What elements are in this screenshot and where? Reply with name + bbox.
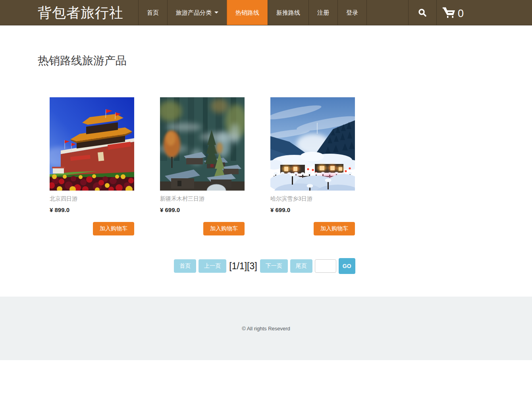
pagination-page-input[interactable] (315, 259, 336, 273)
chevron-down-icon (214, 12, 218, 14)
product-image-xinjiang[interactable] (160, 97, 245, 191)
product-name: 北京四日游 (50, 195, 134, 202)
cart-icon (441, 6, 457, 20)
product-price: ¥ 899.0 (50, 206, 134, 213)
nav-item-login[interactable]: 登录 (337, 0, 367, 25)
hemu-village-illustration (160, 97, 245, 191)
nav-item-product-categories[interactable]: 旅游产品分类 (167, 0, 227, 25)
product-image-harbin[interactable] (270, 97, 355, 191)
nav-item-new-routes[interactable]: 新推路线 (268, 0, 308, 25)
product-card-beijing: 北京四日游 ¥ 899.0 加入购物车 (50, 97, 134, 235)
add-to-cart-button[interactable]: 加入购物车 (203, 222, 245, 235)
pagination-first-button[interactable]: 首页 (174, 259, 196, 273)
top-navbar: 背包者旅行社 首页 旅游产品分类 热销路线 新推路线 注册 登录 (0, 0, 532, 25)
product-price: ¥ 699.0 (270, 206, 355, 213)
snow-village-illustration (270, 97, 355, 191)
product-image-beijing[interactable] (50, 97, 134, 191)
product-price: ¥ 699.0 (160, 206, 245, 213)
pagination-last-button[interactable]: 尾页 (290, 259, 312, 273)
pagination-go-button[interactable]: GO (339, 258, 355, 274)
page-title: 热销路线旅游产品 (38, 25, 490, 68)
product-grid: 北京四日游 ¥ 899.0 加入购物车 (38, 97, 490, 235)
search-icon (418, 8, 427, 17)
beijing-tiananmen-illustration (50, 97, 134, 191)
product-name: 哈尔滨雪乡3日游 (270, 195, 355, 202)
product-name: 新疆禾木村三日游 (160, 195, 245, 202)
pagination-next-button[interactable]: 下一页 (260, 259, 288, 273)
pagination-prev-button[interactable]: 上一页 (199, 259, 226, 273)
product-action-row: 加入购物车 (50, 222, 134, 235)
main-content: 热销路线旅游产品 (38, 25, 490, 274)
add-to-cart-button[interactable]: 加入购物车 (314, 222, 355, 235)
product-action-row: 加入购物车 (160, 222, 245, 235)
main-nav: 首页 旅游产品分类 热销路线 新推路线 注册 登录 (138, 0, 367, 25)
copyright-text: © All rights Reseverd (242, 326, 290, 332)
nav-item-register[interactable]: 注册 (308, 0, 337, 25)
pagination: 首页 上一页 [1/1][3] 下一页 尾页 GO (38, 258, 490, 274)
cart-button[interactable]: 0 (437, 0, 532, 25)
product-card-xinjiang: 新疆禾木村三日游 ¥ 699.0 加入购物车 (160, 97, 245, 235)
nav-item-home[interactable]: 首页 (138, 0, 167, 25)
pagination-status: [1/1][3] (229, 261, 257, 272)
nav-item-hot-routes[interactable]: 热销路线 (227, 0, 268, 25)
add-to-cart-button[interactable]: 加入购物车 (93, 222, 134, 235)
brand-logo[interactable]: 背包者旅行社 (38, 0, 123, 25)
cart-count-badge: 0 (458, 8, 464, 19)
navbar-spacer (367, 0, 408, 25)
product-action-row: 加入购物车 (270, 222, 355, 235)
product-card-harbin: 哈尔滨雪乡3日游 ¥ 699.0 加入购物车 (270, 97, 355, 235)
page-footer: © All rights Reseverd (0, 297, 532, 360)
search-button[interactable] (408, 0, 437, 25)
